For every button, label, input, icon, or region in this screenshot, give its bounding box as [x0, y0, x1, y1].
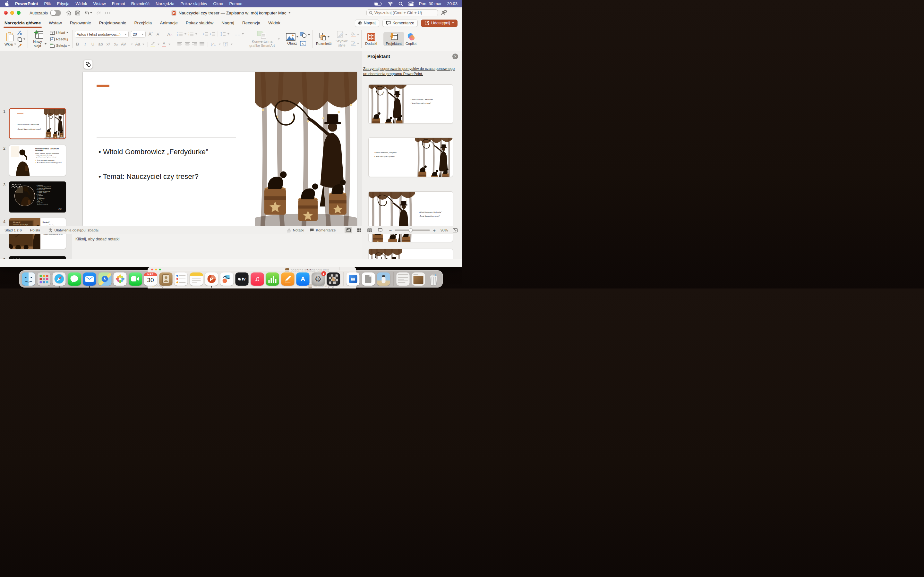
tab-rysowanie[interactable]: Rysowanie [70, 21, 91, 26]
tab-pokaz-slajdow[interactable]: Pokaz slajdów [186, 21, 213, 26]
menu-item-pomoc[interactable]: Pomoc [229, 1, 242, 6]
dock-music-icon[interactable]: ♫ [250, 272, 264, 285]
vertical-align-button[interactable] [223, 42, 228, 47]
align-left-button[interactable] [178, 42, 182, 46]
apple-menu-icon[interactable] [5, 1, 9, 6]
text-direction-button[interactable]: A [211, 42, 216, 47]
search-field[interactable] [367, 9, 438, 16]
menu-item-edycja[interactable]: Edycja [57, 1, 69, 6]
stop-suggestions-link[interactable]: Zatrzymaj sugerowanie pomysłów do czasu … [363, 66, 459, 76]
slide-bullet-1[interactable]: • Witold Gombrowicz „Ferdydurke” [99, 148, 208, 156]
shapes-button[interactable] [300, 32, 310, 38]
menu-item-okno[interactable]: Okno [213, 1, 223, 6]
normal-view-button[interactable] [344, 227, 352, 234]
dock-trash-icon[interactable] [427, 272, 440, 285]
menu-item-rozmiesc[interactable]: Rozmieść [131, 1, 150, 6]
dock-mail-icon[interactable] [83, 272, 96, 285]
notes-toggle[interactable]: Notatki [287, 228, 304, 232]
design-suggestion-3[interactable]: • Witold Gombrowicz „Ferdydurke” • Temat… [368, 191, 453, 242]
slide-counter[interactable]: Slajd 1 z 6 [5, 228, 22, 232]
tab-widok[interactable]: Widok [268, 21, 280, 26]
search-input[interactable] [375, 11, 432, 15]
designer-button[interactable]: Projektant [383, 32, 405, 47]
dock-pages-icon[interactable] [281, 272, 294, 285]
menu-bar-clock[interactable]: 20:03 [447, 1, 457, 6]
shape-fill-button[interactable] [351, 31, 359, 38]
slide-thumbnail-2[interactable]: PROFESOR PIMKO – ARCHITEKT UPUPIANIA •be… [9, 145, 66, 176]
slide-sorter-view-button[interactable] [355, 227, 363, 234]
menu-app-name[interactable]: PowerPoint [15, 1, 38, 6]
section-button[interactable]: Sekcja [50, 42, 70, 49]
home-icon[interactable] [66, 11, 71, 15]
redo-button[interactable] [96, 11, 101, 15]
design-suggestion-4[interactable] [368, 249, 453, 259]
share-presence-icon[interactable] [441, 10, 447, 15]
tab-przejscia[interactable]: Przejścia [134, 21, 152, 26]
dock-contacts-icon[interactable] [159, 272, 172, 285]
copilot-button[interactable]: Copilot [404, 32, 418, 47]
dock-reminders-icon[interactable] [174, 272, 188, 285]
addins-button[interactable]: Dodatki [364, 32, 378, 47]
dock-document-app-icon[interactable] [362, 272, 375, 285]
comments-toggle[interactable]: Komentarze [310, 228, 336, 232]
dock-finder-icon[interactable] [22, 272, 35, 285]
font-color-button[interactable]: A [162, 41, 166, 47]
layout-button[interactable]: Układ [50, 29, 70, 36]
strikethrough-button[interactable]: ab [98, 42, 103, 47]
zoom-slider-knob[interactable] [409, 228, 413, 232]
dock-calendar-icon[interactable]: MAR 30 [144, 272, 157, 285]
document-title[interactable]: Nauczyciel czy treser — Zapisano w: mój … [178, 11, 286, 15]
menu-item-pokaz-slajdow[interactable]: Pokaz slajdów [180, 1, 207, 6]
dock-appstore-icon[interactable]: A [296, 272, 310, 285]
bullets-button[interactable] [178, 32, 183, 36]
minimized-browser-window[interactable] [412, 272, 425, 285]
dock-media-app-icon[interactable] [377, 272, 390, 285]
slide-thumbnail-5[interactable]: Jak działa?1. Dogmatyzm 1. nie tłumaczy … [9, 256, 66, 259]
circus-trainer-image[interactable] [255, 72, 357, 226]
battery-icon[interactable] [375, 2, 382, 6]
zoom-slider[interactable] [395, 229, 430, 231]
font-name-combo[interactable]: Aptos (Tekst podstawow...) [75, 31, 129, 37]
comments-button[interactable]: Komentarze [383, 19, 418, 27]
increase-indent-button[interactable] [210, 32, 215, 36]
notes-pane[interactable]: Kliknij, aby dodać notatki [72, 231, 362, 259]
share-button[interactable]: Udostępnij [421, 19, 457, 27]
dock-numbers-icon[interactable] [266, 272, 279, 285]
columns-button[interactable] [235, 32, 240, 36]
dock-word-icon[interactable]: W [347, 272, 360, 285]
cut-button[interactable] [17, 29, 25, 36]
character-spacing-button[interactable]: AV↔ [121, 42, 129, 47]
dock-notes-icon[interactable] [190, 272, 203, 285]
minimized-document-window[interactable] [397, 272, 410, 285]
design-suggestion-2[interactable]: • Witold Gombrowicz „Ferdydurke” • Temat… [368, 137, 453, 177]
save-icon[interactable] [75, 11, 80, 15]
bold-button[interactable]: B [75, 42, 80, 47]
underline-button[interactable]: U [90, 42, 95, 47]
shrink-font-button[interactable]: Aˇ [156, 31, 161, 37]
fit-slide-to-window-button[interactable] [453, 228, 457, 232]
copy-button[interactable] [17, 36, 25, 42]
menu-item-widok[interactable]: Widok [76, 1, 87, 6]
tab-narzedzia-glowne[interactable]: Narzędzia główne [5, 21, 41, 26]
design-suggestion-1[interactable]: • Witold Gombrowicz „Ferdydurke” • Temat… [368, 84, 453, 124]
menu-item-wstaw[interactable]: Wstaw [94, 1, 106, 6]
reset-button[interactable]: Resetuj [50, 36, 70, 42]
title-chevron-icon[interactable] [289, 12, 291, 13]
italic-button[interactable]: I [82, 42, 88, 47]
menu-item-format[interactable]: Format [112, 1, 125, 6]
format-painter-button[interactable] [17, 42, 25, 49]
dock-appletv-icon[interactable]: tv [236, 272, 249, 285]
text-box-button[interactable]: A [300, 40, 310, 47]
menu-item-narzedzia[interactable]: Narzędzia [156, 1, 174, 6]
tab-nagraj[interactable]: Nagraj [221, 21, 234, 26]
convert-to-smartart-button[interactable]: Konwertuj na grafikę SmartArt [247, 30, 277, 48]
align-right-button[interactable] [192, 42, 197, 46]
dock-freeform-icon[interactable] [220, 272, 233, 285]
quick-styles-button[interactable]: Szybkie style [333, 30, 351, 48]
control-center-icon[interactable] [409, 2, 414, 6]
minimize-window-button[interactable] [10, 11, 14, 15]
align-center-button[interactable] [185, 42, 190, 46]
tab-wstaw[interactable]: Wstaw [49, 21, 62, 26]
decrease-indent-button[interactable] [203, 32, 208, 36]
menu-item-plik[interactable]: Plik [44, 1, 51, 6]
